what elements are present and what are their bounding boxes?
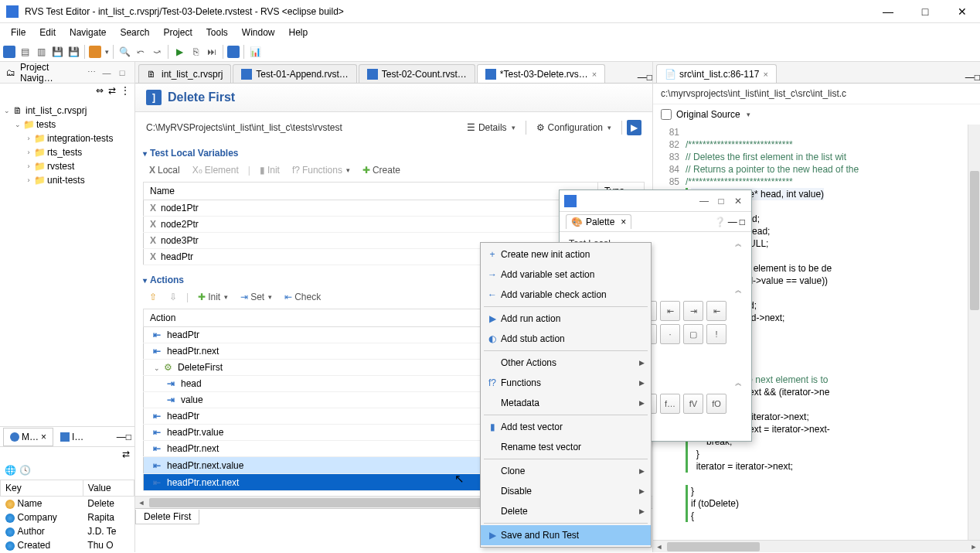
tool-btn[interactable] <box>89 46 101 58</box>
context-menu-item[interactable]: ←Add variable check action <box>481 285 651 305</box>
col-key[interactable]: Key <box>1 480 83 497</box>
maximize-button[interactable]: □ <box>914 4 937 19</box>
hscrollbar[interactable]: ◄ ► <box>653 540 980 552</box>
context-menu-item[interactable]: Disable▶ <box>481 481 651 501</box>
editor-tab-active[interactable]: *Test-03-Delete.rvs…× <box>477 64 605 83</box>
editor-tab[interactable]: Test-01-Append.rvst… <box>233 64 356 83</box>
tool-btn[interactable]: 📊 <box>248 45 262 59</box>
close-icon[interactable]: × <box>592 70 597 79</box>
create-button[interactable]: ✚Create <box>359 163 403 177</box>
editor-tab[interactable]: 🗎int_list_c.rvsprj <box>138 64 231 83</box>
minimize-button[interactable]: — <box>696 196 713 207</box>
palette-item[interactable]: · <box>660 324 680 344</box>
view-menu-icon[interactable]: ⋯ <box>85 67 97 79</box>
init-button[interactable]: ▮Init <box>257 163 283 177</box>
clock-icon[interactable]: 🕓 <box>19 465 31 476</box>
menu-window[interactable]: Window <box>236 25 281 40</box>
set-button[interactable]: ⇥Set▾ <box>237 290 275 304</box>
details-button[interactable]: ☰Details▾ <box>461 120 521 135</box>
menu-navigate[interactable]: Navigate <box>63 25 112 40</box>
scroll-thumb[interactable] <box>667 542 760 551</box>
tool-btn[interactable]: ⎘ <box>189 45 202 59</box>
close-icon[interactable]: × <box>763 70 767 79</box>
config-button[interactable]: ⚙Configuration▾ <box>531 120 617 135</box>
col-name[interactable]: Name <box>144 183 598 200</box>
context-menu-item[interactable]: Clone▶ <box>481 461 651 481</box>
palette-item[interactable]: ▢ <box>683 324 703 344</box>
table-row[interactable]: CompanyRapita <box>1 510 134 524</box>
maximize-icon[interactable]: □ <box>740 217 745 227</box>
col-value[interactable]: Value <box>83 480 134 497</box>
table-row[interactable]: NameDelete <box>1 497 134 511</box>
maximize-icon[interactable]: □ <box>975 72 980 83</box>
menu-search[interactable]: Search <box>114 25 155 40</box>
menu-file[interactable]: File <box>5 25 32 40</box>
context-menu-item[interactable]: f?Functions▶ <box>481 373 651 393</box>
tree-tests[interactable]: ⌄tests <box>2 118 133 131</box>
context-menu-item[interactable]: ▶Add run action <box>481 309 651 329</box>
maximize-icon[interactable]: □ <box>126 432 131 442</box>
metadata-tab[interactable]: M…× <box>3 428 53 446</box>
close-icon[interactable]: × <box>41 432 46 442</box>
menu-tools[interactable]: Tools <box>200 25 234 40</box>
scroll-thumb[interactable] <box>970 171 979 310</box>
vars-section-header[interactable]: Test Local Variables <box>143 148 645 159</box>
local-button[interactable]: XLocal <box>146 163 183 177</box>
palette-item[interactable]: fV <box>683 394 703 414</box>
context-menu-item[interactable]: ◐Add stub action <box>481 329 651 349</box>
minimize-icon[interactable]: — <box>965 72 975 83</box>
tree-folder[interactable]: ›integration-tests <box>2 131 133 145</box>
project-tree[interactable]: ⌄🗎int_list_c.rvsprj ⌄tests ›integration-… <box>0 101 134 426</box>
tool-btn[interactable] <box>3 46 15 58</box>
maximize-button[interactable]: □ <box>713 196 730 207</box>
editor-tab[interactable]: Test-02-Count.rvst… <box>359 64 475 83</box>
dropdown-icon[interactable]: ▾ <box>747 111 750 118</box>
save-all-icon[interactable]: 💾 <box>66 45 80 59</box>
close-button[interactable]: ✕ <box>951 4 974 19</box>
link-icon[interactable]: ⇄ <box>122 449 130 459</box>
vscrollbar[interactable] <box>968 125 980 540</box>
scroll-right-icon[interactable]: ► <box>968 541 980 553</box>
table-row[interactable]: AuthorJ.D. Te <box>1 524 134 538</box>
save-icon[interactable]: 💾 <box>50 45 64 59</box>
init-button[interactable]: ✚Init▾ <box>195 290 231 304</box>
tool-btn[interactable]: ⤺ <box>134 45 148 59</box>
check-button[interactable]: ⇤Check <box>281 290 324 304</box>
tree-folder[interactable]: ›unit-tests <box>2 173 133 187</box>
tool-btn[interactable]: ⏭ <box>205 45 219 59</box>
palette-item[interactable]: ! <box>706 324 726 344</box>
run-icon[interactable]: ▶ <box>172 45 186 59</box>
functions-button[interactable]: f?Functions▾ <box>289 163 353 177</box>
footer-tab[interactable]: Delete First <box>135 510 199 524</box>
palette-tab[interactable]: 🎨Palette× <box>566 214 631 229</box>
minimize-button[interactable]: — <box>876 4 900 19</box>
minimize-icon[interactable]: — <box>100 67 113 79</box>
up-icon[interactable]: ⇧ <box>146 290 160 304</box>
globe-icon[interactable]: 🌐 <box>5 465 16 476</box>
down-icon[interactable]: ⇩ <box>166 290 180 304</box>
collapse-icon[interactable]: ⇔ <box>96 85 104 99</box>
tool-btn[interactable]: ▥ <box>34 45 48 59</box>
palette-item[interactable]: ⇤ <box>706 301 726 321</box>
scroll-left-icon[interactable]: ◄ <box>653 541 665 553</box>
context-menu-item[interactable]: ▶Save and Run Test <box>481 525 651 545</box>
menu-edit[interactable]: Edit <box>33 25 62 40</box>
tree-folder[interactable]: ›rvstest <box>2 159 133 173</box>
help-icon[interactable]: ❔ <box>714 217 726 227</box>
palette-item[interactable]: ⇥ <box>683 301 703 321</box>
tool-btn[interactable]: 🔍 <box>117 45 131 59</box>
element-button[interactable]: X₀Element <box>189 163 242 177</box>
minimize-icon[interactable]: — <box>728 217 737 227</box>
palette-item[interactable]: fO <box>706 394 726 414</box>
tree-root[interactable]: ⌄🗎int_list_c.rvsprj <box>2 104 133 118</box>
run-button[interactable]: ▶ <box>627 120 641 135</box>
palette-item[interactable]: ⇤ <box>660 301 680 321</box>
table-row[interactable]: CreatedThu O <box>1 538 134 552</box>
menu-help[interactable]: Help <box>283 25 315 40</box>
source-tab[interactable]: 📄src\int_list.c:86-117× <box>656 64 777 83</box>
original-source-checkbox[interactable] <box>661 109 672 120</box>
maximize-icon[interactable]: □ <box>116 67 128 79</box>
close-icon[interactable]: × <box>621 217 626 227</box>
tree-folder[interactable]: ›rts_tests <box>2 145 133 159</box>
menu-icon[interactable]: ⋮ <box>121 85 130 99</box>
